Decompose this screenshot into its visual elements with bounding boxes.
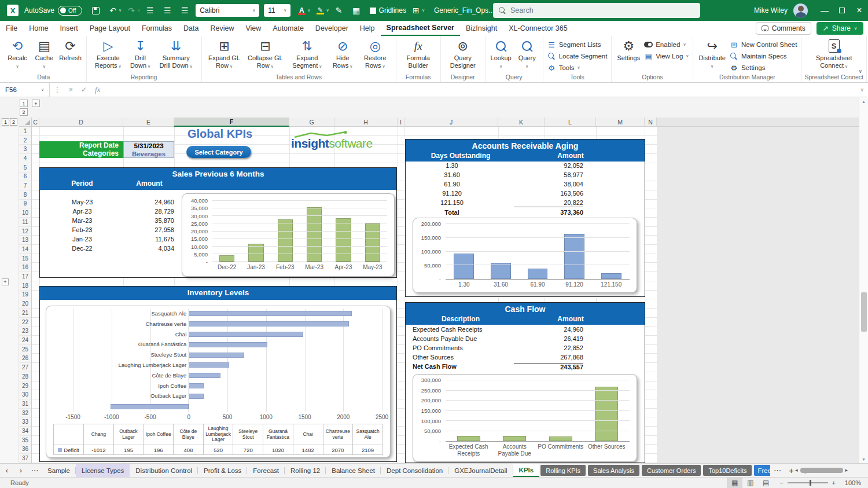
column-header-d[interactable]: D [39,118,123,127]
row-outline-collapse-button[interactable]: + [2,278,9,285]
row-header-21[interactable]: 21 [19,309,31,318]
vertical-scrollbar[interactable]: ▴ ▾ [859,97,868,463]
ribbon-button-restore-rows[interactable]: ◎Restore Rows ∨ [358,37,393,69]
ribbon-button-collapse-gl-row[interactable]: ⊟Collapse GL Row ∨ [245,37,286,69]
row-header-12[interactable]: 12 [19,227,31,236]
ribbon-button-execute-reports[interactable]: ▷Execute Reports ∨ [90,37,127,69]
menu-item-spreadsheet-server[interactable]: Spreadsheet Server [381,21,460,36]
column-header-m[interactable]: M [596,118,645,127]
ribbon-button-lookup[interactable]: Lookup ∨ [488,37,514,69]
menu-item-formulas[interactable]: Formulas [136,21,178,36]
borders-icon[interactable]: ⊞ [411,5,421,16]
row-header-14[interactable]: 14 [19,245,31,254]
column-outline-level-2[interactable]: 2 [20,108,28,116]
name-box[interactable]: F56∨ [0,83,50,97]
tabs-scroll-left-icon[interactable]: ‹ [0,464,14,477]
align-bottom-icon[interactable]: ☰ [179,5,190,16]
row-header-2[interactable]: 2 [19,136,31,145]
qat-overflow-icon[interactable]: ∨ [422,8,425,13]
menu-item-data[interactable]: Data [178,21,204,36]
row-header-18[interactable]: 18 [19,281,31,291]
row-header-15[interactable]: 15 [19,254,31,263]
menu-item-bizinsight[interactable]: BizInsight [460,21,503,36]
row-header-28[interactable]: 28 [19,372,31,381]
row-header-7[interactable]: 7 [19,181,31,190]
column-header-n[interactable]: N [645,118,657,127]
ribbon-button-spreadsheet-connect[interactable]: SSpreadsheet Connect ∨ [808,37,859,69]
highlight-color-caret-icon[interactable]: ∨ [326,8,329,13]
vertical-scroll-thumb[interactable] [861,292,867,332]
row-header-35[interactable]: 35 [19,436,31,445]
menu-item-view[interactable]: View [240,21,267,36]
row-header-32[interactable]: 32 [19,409,31,418]
align-middle-icon[interactable]: ☰ [162,5,172,16]
ribbon-button-drill-down[interactable]: ↧Drill Down ∨ [127,37,153,69]
menu-item-developer[interactable]: Developer [310,21,354,36]
row-header-31[interactable]: 31 [19,399,31,409]
row-header-8[interactable]: 8 [19,190,31,200]
normal-view-icon[interactable]: ▦ [727,478,742,488]
row-header-23[interactable]: 23 [19,326,31,336]
save-icon[interactable] [90,5,101,16]
insert-function-icon[interactable]: fx [95,85,100,94]
scroll-down-icon[interactable]: ▾ [862,455,865,463]
row-header-25[interactable]: 25 [19,345,31,354]
report-values-box[interactable]: 5/31/2023 Beverages [123,141,174,158]
row-header-17[interactable]: 17 [19,272,31,281]
ribbon-button-cache[interactable]: ▤Cache ∨ [31,37,57,69]
ribbon-button-locate-segment[interactable]: Locate Segment [547,52,608,61]
document-title[interactable]: Generic_Fin_Ops.... [434,6,496,14]
sheet-tab-free[interactable]: Free [754,465,770,476]
ribbon-button-summary-drill-down[interactable]: ⇊Summary Drill Down ∨ [154,37,198,69]
zoom-slider-thumb[interactable] [810,480,811,486]
page-layout-view-icon[interactable]: ▥ [742,478,758,488]
autosave-toggle[interactable]: Off [58,6,82,16]
row-header-37[interactable]: 37 [19,454,31,463]
sheet-canvas[interactable]: Global KPIs insightsoftware Report Date … [32,127,657,463]
minimize-button[interactable]: — [816,0,833,21]
sheet-tab-balance-sheet[interactable]: Balance Sheet [326,464,381,477]
font-size-select[interactable]: 11∨ [264,4,290,17]
column-header-h[interactable]: H [334,118,398,127]
align-top-icon[interactable]: ☰ [145,5,155,16]
row-header-10[interactable]: 10 [19,208,31,218]
column-header-c[interactable]: C [32,118,39,127]
row-header-34[interactable]: 34 [19,427,31,436]
close-button[interactable]: × [851,0,868,21]
row-header-22[interactable]: 22 [19,318,31,327]
search-input[interactable] [510,6,678,14]
font-color-caret-icon[interactable]: ∨ [307,8,310,13]
column-header-k[interactable]: K [498,118,545,127]
sheet-tab-kpis[interactable]: KPIs [513,464,540,477]
font-name-select[interactable]: Calibri∨ [196,4,259,17]
hscroll-left-icon[interactable]: ◂ [795,467,798,473]
menu-item-review[interactable]: Review [204,21,240,36]
ribbon-button-query-designer[interactable]: ⊚Query Designer [444,37,482,69]
select-all-corner[interactable] [19,118,32,127]
row-header-30[interactable]: 30 [19,390,31,399]
row-header-16[interactable]: 16 [19,263,31,273]
hscroll-right-icon[interactable]: ▸ [845,467,848,473]
ribbon-button-enabled[interactable]: Enabled∨ [644,40,689,49]
ribbon-button-distribute[interactable]: ↪Distribute ∨ [696,37,727,69]
undo-caret-icon[interactable]: ∨ [119,8,122,13]
expand-formula-bar-icon[interactable]: ∨ [860,87,864,93]
menu-item-insert[interactable]: Insert [54,21,84,36]
row-header-3[interactable]: 3 [19,145,31,154]
sheet-tab-sales-analysis[interactable]: Sales Analysis [588,465,639,476]
comments-button[interactable]: Comments [756,22,811,35]
ribbon-button-hide-rows[interactable]: ⊘Hide Rows ∨ [328,37,357,69]
row-header-5[interactable]: 5 [19,163,31,173]
sheet-tab-top10deficits[interactable]: Top10Deficits [703,465,752,476]
row-header-36[interactable]: 36 [19,445,31,454]
row-header-13[interactable]: 13 [19,236,31,245]
menu-item-page-layout[interactable]: Page Layout [84,21,136,36]
restore-button[interactable] [833,0,851,21]
table-style-icon[interactable]: ▦ [351,5,362,16]
column-header-j[interactable]: J [404,118,498,127]
row-header-1[interactable]: 1 [19,127,31,136]
font-color-icon[interactable]: A [296,5,307,16]
excel-app-icon[interactable]: X [7,5,19,16]
ribbon-button-settings[interactable]: ⚙Settings [730,63,797,72]
sheet-tab-customer-orders[interactable]: Customer Orders [642,465,701,476]
